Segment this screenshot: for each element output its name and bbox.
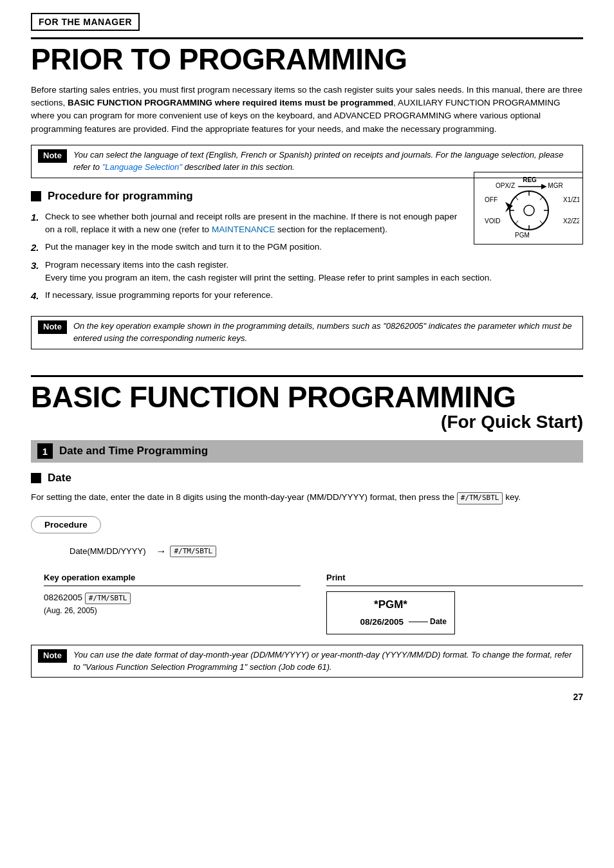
language-selection-link[interactable]: "Language Selection" bbox=[102, 162, 182, 172]
step-1: 1. Check to see whether both journal and… bbox=[31, 210, 463, 237]
note-box-3: Note You can use the date format of day-… bbox=[31, 645, 583, 678]
flow-arrow: → bbox=[156, 544, 166, 559]
date-subheading: Date bbox=[31, 470, 583, 486]
svg-text:OFF: OFF bbox=[485, 196, 498, 203]
basic-function-subtitle: (For Quick Start) bbox=[31, 411, 583, 433]
op-col-header: Key operation example bbox=[44, 572, 301, 587]
date-time-section-header: 1 Date and Time Programming bbox=[31, 440, 583, 463]
dial-svg: REG OPX/Z MGR OFF X1/Z1 bbox=[479, 175, 579, 238]
step-2: 2. Put the manager key in the mode switc… bbox=[31, 241, 463, 255]
svg-text:REG: REG bbox=[523, 176, 537, 183]
basic-function-title: BASIC FUNCTION PROGRAMMING bbox=[31, 381, 583, 414]
svg-line-13 bbox=[540, 197, 543, 200]
op-print-row: Key operation example 08262005 #/TM/SBTL… bbox=[44, 572, 583, 634]
op-col: Key operation example 08262005 #/TM/SBTL… bbox=[44, 572, 301, 634]
op-col-content: 08262005 #/TM/SBTL (Aug. 26, 2005) bbox=[44, 591, 301, 617]
print-pgm: *PGM* bbox=[335, 597, 447, 613]
step-3: 3. Program necessary items into the cash… bbox=[31, 259, 583, 285]
date-time-section-title: Date and Time Programming bbox=[59, 443, 208, 459]
svg-text:MGR: MGR bbox=[548, 182, 563, 189]
black-square-1 bbox=[31, 191, 41, 201]
basic-function-section: BASIC FUNCTION PROGRAMMING (For Quick St… bbox=[31, 375, 583, 678]
note-label-1: Note bbox=[38, 149, 67, 163]
svg-line-14 bbox=[516, 221, 518, 224]
note-box-2: Note On the key operation example shown … bbox=[31, 316, 583, 349]
for-manager-badge: FOR THE MANAGER bbox=[31, 13, 140, 31]
svg-text:PGM: PGM bbox=[515, 232, 530, 238]
note-text-2: On the key operation example shown in th… bbox=[73, 320, 576, 345]
flow-label: Date(MM/DD/YYYY) bbox=[70, 546, 145, 558]
note-label-2: Note bbox=[38, 320, 67, 334]
date-key-inline: #/TM/SBTL bbox=[457, 492, 503, 504]
section-num-badge: 1 bbox=[37, 443, 53, 459]
svg-text:X2/Z2: X2/Z2 bbox=[563, 217, 579, 225]
page-number: 27 bbox=[31, 690, 583, 703]
prior-to-programming-title: PRIOR TO PROGRAMMING bbox=[31, 43, 583, 76]
maintenance-link[interactable]: MAINTENANCE bbox=[212, 225, 275, 234]
svg-line-15 bbox=[540, 221, 543, 224]
svg-text:VOID: VOID bbox=[485, 217, 500, 225]
note-box-1: Note You can select the language of text… bbox=[31, 145, 583, 178]
op-key-inline: #/TM/SBTL bbox=[85, 593, 131, 604]
print-display-box: *PGM* 08/26/2005 Date bbox=[326, 591, 455, 634]
step-4: 4. If necessary, issue programming repor… bbox=[31, 289, 583, 304]
dial-diagram: REG OPX/Z MGR OFF X1/Z1 bbox=[474, 172, 583, 245]
flow-key: #/TM/SBTL bbox=[170, 546, 216, 557]
date-label: Date bbox=[430, 616, 447, 627]
print-col: Print *PGM* 08/26/2005 Date bbox=[326, 572, 583, 634]
section-divider-2 bbox=[31, 375, 583, 377]
print-date-value: 08/26/2005 bbox=[360, 616, 404, 629]
svg-point-7 bbox=[524, 205, 534, 216]
procedure-box: Procedure bbox=[31, 516, 101, 534]
note-text-1: You can select the language of text (Eng… bbox=[73, 149, 576, 174]
svg-text:X1/Z1: X1/Z1 bbox=[563, 196, 579, 203]
note-text-3: You can use the date format of day-month… bbox=[73, 649, 576, 674]
intro-paragraph: Before starting sales entries, you must … bbox=[31, 84, 583, 136]
svg-line-12 bbox=[516, 197, 518, 200]
svg-text:OPX/Z: OPX/Z bbox=[496, 182, 515, 189]
date-intro-text: For setting the date, enter the date in … bbox=[31, 491, 583, 504]
print-col-header: Print bbox=[326, 572, 583, 587]
procedure-flow: Date(MM/DD/YYYY) → #/TM/SBTL bbox=[70, 544, 583, 559]
basic-function-title-block: BASIC FUNCTION PROGRAMMING (For Quick St… bbox=[31, 381, 583, 432]
note-label-3: Note bbox=[38, 649, 67, 663]
section-divider-1 bbox=[31, 37, 583, 39]
black-square-2 bbox=[31, 473, 41, 483]
